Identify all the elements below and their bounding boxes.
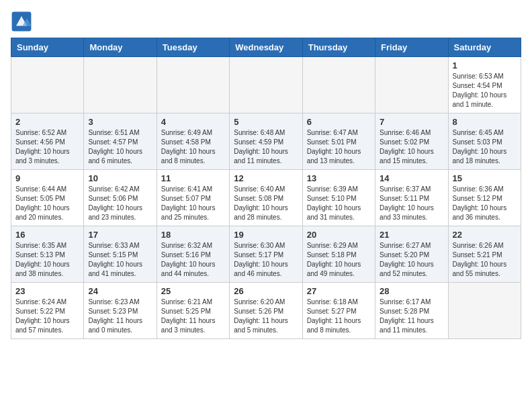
calendar-day-cell: 22Sunrise: 6:26 AM Sunset: 5:21 PM Dayli… [448,226,521,283]
calendar-body: 1Sunrise: 6:53 AM Sunset: 4:54 PM Daylig… [11,57,521,339]
calendar-day-cell: 20Sunrise: 6:29 AM Sunset: 5:18 PM Dayli… [302,226,375,283]
day-info: Sunrise: 6:26 AM Sunset: 5:21 PM Dayligh… [453,241,517,279]
day-number: 27 [307,286,371,296]
calendar-day-cell: 5Sunrise: 6:48 AM Sunset: 4:59 PM Daylig… [230,113,302,170]
calendar-day-cell: 26Sunrise: 6:20 AM Sunset: 5:26 PM Dayli… [230,283,302,339]
day-number: 17 [88,230,152,240]
calendar-day-cell: 9Sunrise: 6:44 AM Sunset: 5:05 PM Daylig… [11,170,84,226]
day-info: Sunrise: 6:23 AM Sunset: 5:23 PM Dayligh… [88,298,152,335]
logo-icon [11,11,32,32]
day-number: 7 [380,117,443,127]
day-info: Sunrise: 6:42 AM Sunset: 5:06 PM Dayligh… [88,185,152,222]
calendar-day-cell: 15Sunrise: 6:36 AM Sunset: 5:12 PM Dayli… [448,170,521,226]
calendar-day-cell: 2Sunrise: 6:52 AM Sunset: 4:56 PM Daylig… [11,113,84,170]
day-info: Sunrise: 6:32 AM Sunset: 5:16 PM Dayligh… [161,241,225,279]
calendar-day-cell: 11Sunrise: 6:41 AM Sunset: 5:07 PM Dayli… [157,170,229,226]
calendar-day-cell: 12Sunrise: 6:40 AM Sunset: 5:08 PM Dayli… [230,170,302,226]
calendar-day-cell: 25Sunrise: 6:21 AM Sunset: 5:25 PM Dayli… [157,283,229,339]
day-number: 25 [161,286,225,296]
calendar-day-cell [230,57,302,113]
day-number: 18 [161,230,225,240]
day-info: Sunrise: 6:40 AM Sunset: 5:08 PM Dayligh… [234,185,298,222]
day-number: 4 [161,117,225,127]
day-number: 6 [307,117,371,127]
day-info: Sunrise: 6:30 AM Sunset: 5:17 PM Dayligh… [234,241,298,279]
day-info: Sunrise: 6:52 AM Sunset: 4:56 PM Dayligh… [15,128,79,166]
day-number: 3 [88,117,152,127]
day-number: 14 [380,173,443,183]
calendar-header: SundayMondayTuesdayWednesdayThursdayFrid… [11,38,521,57]
day-number: 28 [380,286,443,296]
day-info: Sunrise: 6:18 AM Sunset: 5:27 PM Dayligh… [307,298,371,335]
calendar-day-cell: 18Sunrise: 6:32 AM Sunset: 5:16 PM Dayli… [157,226,229,283]
calendar-day-cell [157,57,229,113]
day-info: Sunrise: 6:44 AM Sunset: 5:05 PM Dayligh… [15,185,79,222]
calendar-week-row: 9Sunrise: 6:44 AM Sunset: 5:05 PM Daylig… [11,170,521,226]
calendar-day-cell [302,57,375,113]
day-of-week-header: Friday [375,38,448,57]
day-info: Sunrise: 6:41 AM Sunset: 5:07 PM Dayligh… [161,185,225,222]
calendar-week-row: 23Sunrise: 6:24 AM Sunset: 5:22 PM Dayli… [11,283,521,339]
day-info: Sunrise: 6:20 AM Sunset: 5:26 PM Dayligh… [234,298,298,335]
day-number: 12 [234,173,298,183]
calendar-day-cell: 6Sunrise: 6:47 AM Sunset: 5:01 PM Daylig… [302,113,375,170]
day-number: 1 [453,60,517,71]
day-number: 8 [453,117,517,127]
calendar-day-cell [84,57,157,113]
day-info: Sunrise: 6:35 AM Sunset: 5:13 PM Dayligh… [15,241,79,279]
day-number: 21 [380,230,443,240]
calendar-day-cell: 21Sunrise: 6:27 AM Sunset: 5:20 PM Dayli… [375,226,448,283]
calendar-day-cell [448,283,521,339]
day-number: 20 [307,230,371,240]
header-row: SundayMondayTuesdayWednesdayThursdayFrid… [11,38,521,57]
page-header [11,11,521,32]
day-info: Sunrise: 6:51 AM Sunset: 4:57 PM Dayligh… [88,128,152,166]
day-of-week-header: Tuesday [157,38,229,57]
day-info: Sunrise: 6:48 AM Sunset: 4:59 PM Dayligh… [234,128,298,166]
day-of-week-header: Wednesday [230,38,302,57]
day-info: Sunrise: 6:27 AM Sunset: 5:20 PM Dayligh… [380,241,443,279]
day-number: 24 [88,286,152,296]
calendar-table: SundayMondayTuesdayWednesdayThursdayFrid… [11,38,521,339]
day-number: 10 [88,173,152,183]
day-info: Sunrise: 6:53 AM Sunset: 4:54 PM Dayligh… [453,72,517,109]
calendar-week-row: 16Sunrise: 6:35 AM Sunset: 5:13 PM Dayli… [11,226,521,283]
day-of-week-header: Monday [84,38,157,57]
calendar-week-row: 2Sunrise: 6:52 AM Sunset: 4:56 PM Daylig… [11,113,521,170]
calendar-day-cell: 16Sunrise: 6:35 AM Sunset: 5:13 PM Dayli… [11,226,84,283]
calendar-day-cell: 28Sunrise: 6:17 AM Sunset: 5:28 PM Dayli… [375,283,448,339]
day-info: Sunrise: 6:37 AM Sunset: 5:11 PM Dayligh… [380,185,443,222]
day-of-week-header: Sunday [11,38,84,57]
calendar-day-cell: 8Sunrise: 6:45 AM Sunset: 5:03 PM Daylig… [448,113,521,170]
logo [11,11,35,32]
day-info: Sunrise: 6:29 AM Sunset: 5:18 PM Dayligh… [307,241,371,279]
day-number: 11 [161,173,225,183]
day-number: 2 [15,117,79,127]
day-number: 19 [234,230,298,240]
calendar-day-cell: 1Sunrise: 6:53 AM Sunset: 4:54 PM Daylig… [448,57,521,113]
calendar-day-cell: 24Sunrise: 6:23 AM Sunset: 5:23 PM Dayli… [84,283,157,339]
calendar-day-cell: 23Sunrise: 6:24 AM Sunset: 5:22 PM Dayli… [11,283,84,339]
calendar-day-cell: 10Sunrise: 6:42 AM Sunset: 5:06 PM Dayli… [84,170,157,226]
day-info: Sunrise: 6:46 AM Sunset: 5:02 PM Dayligh… [380,128,443,166]
day-number: 26 [234,286,298,296]
day-number: 13 [307,173,371,183]
day-info: Sunrise: 6:36 AM Sunset: 5:12 PM Dayligh… [453,185,517,222]
day-of-week-header: Thursday [302,38,375,57]
day-info: Sunrise: 6:24 AM Sunset: 5:22 PM Dayligh… [15,298,79,335]
calendar-day-cell: 14Sunrise: 6:37 AM Sunset: 5:11 PM Dayli… [375,170,448,226]
calendar-day-cell: 19Sunrise: 6:30 AM Sunset: 5:17 PM Dayli… [230,226,302,283]
day-info: Sunrise: 6:45 AM Sunset: 5:03 PM Dayligh… [453,128,517,166]
day-number: 5 [234,117,298,127]
calendar-day-cell: 3Sunrise: 6:51 AM Sunset: 4:57 PM Daylig… [84,113,157,170]
calendar-day-cell: 13Sunrise: 6:39 AM Sunset: 5:10 PM Dayli… [302,170,375,226]
calendar-day-cell: 7Sunrise: 6:46 AM Sunset: 5:02 PM Daylig… [375,113,448,170]
day-of-week-header: Saturday [448,38,521,57]
calendar-day-cell: 4Sunrise: 6:49 AM Sunset: 4:58 PM Daylig… [157,113,229,170]
day-info: Sunrise: 6:39 AM Sunset: 5:10 PM Dayligh… [307,185,371,222]
day-info: Sunrise: 6:49 AM Sunset: 4:58 PM Dayligh… [161,128,225,166]
day-info: Sunrise: 6:47 AM Sunset: 5:01 PM Dayligh… [307,128,371,166]
calendar-day-cell [11,57,84,113]
day-info: Sunrise: 6:21 AM Sunset: 5:25 PM Dayligh… [161,298,225,335]
calendar-week-row: 1Sunrise: 6:53 AM Sunset: 4:54 PM Daylig… [11,57,521,113]
